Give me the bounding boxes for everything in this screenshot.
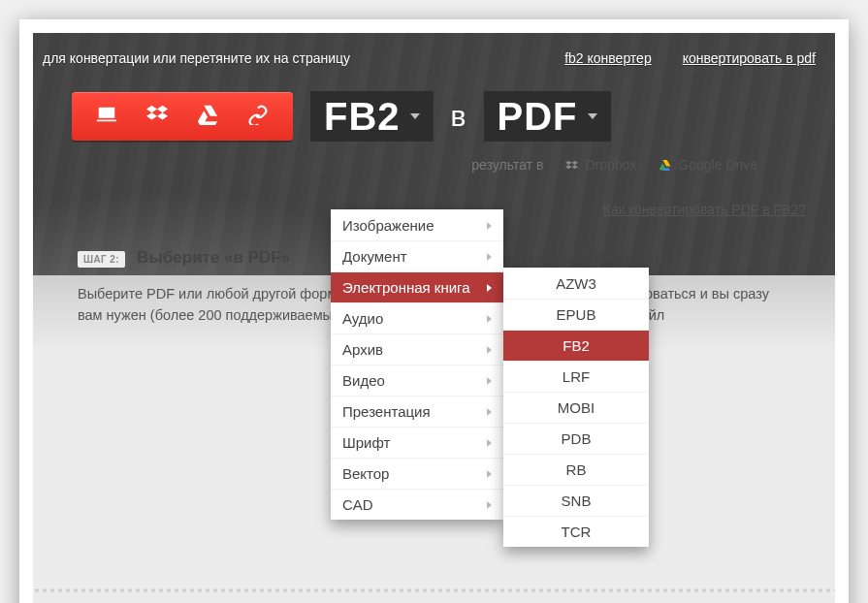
format-item-label: SNB [562, 492, 592, 509]
category-item[interactable]: Вектор [331, 458, 503, 489]
direction-word: в [451, 100, 466, 133]
upload-source-bar [72, 92, 293, 141]
format-item[interactable]: AZW3 [503, 268, 649, 299]
category-item-label: Вектор [342, 465, 389, 482]
submenu-arrow-icon [487, 253, 492, 261]
chevron-down-icon [588, 113, 597, 119]
gdrive-label: Google Drive [678, 157, 757, 173]
source-format-selector[interactable]: FB2 [310, 91, 434, 142]
category-item-label: Шрифт [342, 434, 390, 451]
category-item[interactable]: Архив [331, 333, 503, 365]
category-item-label: Видео [342, 372, 385, 389]
submenu-arrow-icon [487, 377, 492, 385]
category-item[interactable]: Аудио [331, 302, 503, 333]
google-drive-icon[interactable] [196, 104, 219, 129]
cloud-save-row: результат в Dropbox Google Drive [33, 149, 777, 180]
format-item-label: EPUB [557, 306, 596, 323]
submenu-arrow-icon [487, 470, 492, 478]
dropbox-icon[interactable] [145, 104, 169, 129]
save-to-google-drive[interactable]: Google Drive [658, 157, 757, 173]
category-item-label: Аудио [342, 310, 383, 327]
submenu-arrow-icon [487, 346, 492, 354]
computer-icon[interactable] [95, 104, 118, 129]
submenu-arrow-icon [487, 408, 492, 416]
format-item-label: FB2 [563, 337, 590, 354]
category-item-label: CAD [342, 496, 373, 513]
category-item-label: Архив [342, 341, 383, 358]
category-item-label: Документ [342, 248, 407, 265]
format-item[interactable]: MOBI [503, 392, 649, 423]
app-window: для конвертации или перетяните их на стр… [19, 19, 849, 603]
category-item-label: Изображение [342, 217, 434, 234]
category-menu: ИзображениеДокументЭлектронная книгаАуди… [331, 209, 503, 520]
format-item[interactable]: EPUB [503, 299, 649, 330]
drag-instruction: для конвертации или перетяните их на стр… [43, 50, 564, 66]
format-item[interactable]: TCR [503, 516, 649, 547]
conversion-row: FB2 в PDF [33, 83, 835, 149]
format-submenu: AZW3EPUBFB2LRFMOBIPDBRBSNBTCR [503, 268, 649, 547]
format-item[interactable]: RB [503, 454, 649, 485]
category-item[interactable]: Документ [331, 240, 503, 271]
category-item[interactable]: Изображение [331, 209, 503, 240]
link-url-icon[interactable] [246, 104, 270, 129]
target-format-label: PDF [498, 97, 578, 136]
format-item-label: RB [566, 461, 587, 478]
category-item[interactable]: Электронная книга [331, 271, 503, 302]
link-convert-to-pdf[interactable]: конвертировать в pdf [683, 50, 816, 66]
cloud-result-label: результат в [471, 157, 543, 173]
category-item[interactable]: Презентация [331, 396, 503, 427]
format-item-label: AZW3 [556, 275, 596, 292]
target-format-selector[interactable]: PDF [484, 91, 611, 142]
submenu-arrow-icon [487, 501, 492, 509]
step-2-badge: ШАГ 2: [78, 251, 125, 268]
submenu-arrow-icon [487, 222, 492, 230]
submenu-arrow-icon [487, 284, 492, 292]
top-bar: для конвертации или перетяните их на стр… [33, 33, 835, 83]
google-drive-small-icon [658, 159, 672, 172]
format-item-label: PDB [562, 430, 592, 447]
category-item[interactable]: Видео [331, 365, 503, 396]
dropbox-label: Dropbox [585, 157, 636, 173]
category-item-label: Электронная книга [342, 279, 470, 296]
format-item[interactable]: LRF [503, 361, 649, 392]
category-item[interactable]: CAD [331, 489, 503, 520]
app-surface: для конвертации или перетяните их на стр… [33, 33, 835, 603]
submenu-arrow-icon [487, 315, 492, 323]
format-item[interactable]: SNB [503, 485, 649, 516]
format-item[interactable]: PDB [503, 423, 649, 454]
format-item[interactable]: FB2 [503, 330, 649, 361]
category-item-label: Презентация [342, 403, 431, 420]
format-item-label: LRF [563, 368, 590, 385]
submenu-arrow-icon [487, 439, 492, 447]
reverse-conversion-link[interactable]: Как конвертировать PDF в FB2? [603, 202, 806, 217]
dropbox-small-icon [564, 159, 579, 172]
save-to-dropbox[interactable]: Dropbox [564, 157, 636, 173]
top-links: fb2 конвертер конвертировать в pdf [564, 50, 816, 66]
step-2-title: Выберите «в PDF» [137, 248, 290, 268]
source-format-label: FB2 [324, 97, 401, 136]
category-item[interactable]: Шрифт [331, 427, 503, 458]
chevron-down-icon [410, 113, 420, 119]
footer-wave [33, 587, 835, 593]
link-fb2-converter[interactable]: fb2 конвертер [564, 50, 652, 66]
format-item-label: TCR [562, 524, 592, 540]
format-item-label: MOBI [558, 399, 595, 416]
